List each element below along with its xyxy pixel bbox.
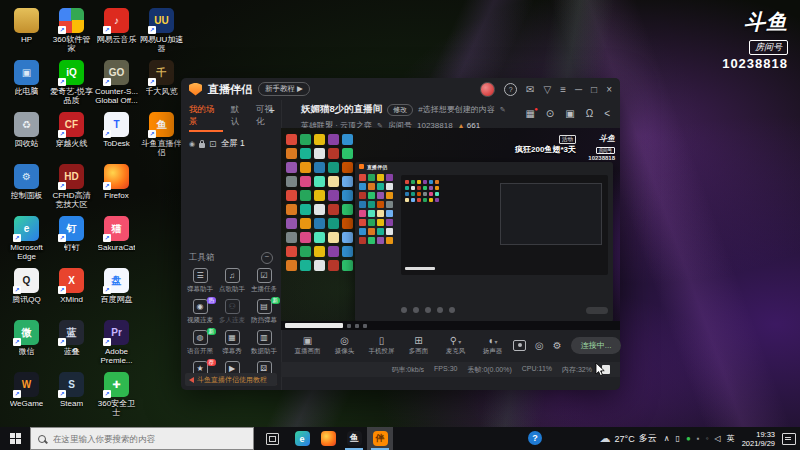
- edit-room-button[interactable]: 修改: [387, 104, 413, 116]
- titlebar[interactable]: 直播伴侣 新手教程 ▶ ? ✉ ▽ ≡ ─ □ ×: [181, 78, 620, 100]
- desktop-icon[interactable]: ↗e Microsoft Edge: [4, 214, 49, 266]
- weather-widget[interactable]: ☁ 27°C 多云: [600, 432, 657, 445]
- taskbar-app[interactable]: [315, 427, 341, 450]
- desktop-icon[interactable]: ↗W WeGame: [4, 370, 49, 422]
- tray-icon[interactable]: ◦: [706, 434, 709, 443]
- toolbar-button[interactable]: ⊞ 多画面: [400, 335, 437, 356]
- share-icon[interactable]: <: [604, 108, 610, 119]
- desktop-icon[interactable]: ↗鱼 斗鱼直播伴侣: [139, 110, 184, 162]
- desktop-icon[interactable]: ↗iQ 爱奇艺-悦享品质: [49, 58, 94, 110]
- live-preview[interactable]: 活动 疯狂200鱼翅*3天 斗鱼 房间号 10238818 直播伴侣: [281, 128, 620, 330]
- desktop-icon[interactable]: ↗HD CFHD高清竞技大区: [49, 162, 94, 214]
- desktop-icon[interactable]: ↗✚ 360安全卫士: [94, 370, 139, 422]
- desktop-icon[interactable]: ↗CF 穿越火线: [49, 110, 94, 162]
- desktop-icon[interactable]: [139, 266, 184, 318]
- tray-icon[interactable]: 英: [727, 433, 735, 444]
- desktop-icon[interactable]: ↗T ToDesk: [94, 110, 139, 162]
- toolbox-item[interactable]: ☰ 弹幕助手: [184, 266, 216, 297]
- scene-tab[interactable]: 我的场景: [189, 104, 223, 132]
- crop-icon[interactable]: ⊡: [209, 139, 217, 149]
- desktop-icon[interactable]: ♻ 回收站: [4, 110, 49, 162]
- desktop-icon[interactable]: ↗蓝 蓝叠: [49, 318, 94, 370]
- toolbar-button[interactable]: ◖▾ 扬声器: [474, 335, 511, 356]
- live-status-button[interactable]: 连接中...: [571, 337, 622, 354]
- taskbar-search[interactable]: [30, 427, 254, 450]
- menu-icon[interactable]: ≡: [560, 84, 566, 95]
- desktop-icon[interactable]: ↗微 微信: [4, 318, 49, 370]
- taskbar-app[interactable]: 鱼: [341, 427, 367, 450]
- toolbar-button[interactable]: ⚲▾ 麦克风: [437, 335, 474, 356]
- edit-pencil-icon[interactable]: ✎: [500, 106, 506, 114]
- close-button[interactable]: ×: [606, 84, 612, 95]
- record-button[interactable]: [513, 340, 526, 351]
- toolbox-item[interactable]: ◍ 语音开黑 新: [184, 328, 216, 359]
- desktop-icon[interactable]: [139, 318, 184, 370]
- gift-box-icon[interactable]: ▣: [565, 108, 574, 119]
- add-scene-button[interactable]: +: [269, 104, 275, 116]
- taskbar-clock[interactable]: 19:33 2021/9/29: [742, 430, 775, 448]
- action-center-button[interactable]: [782, 433, 796, 445]
- gift-activity-icon[interactable]: ▦●: [525, 108, 534, 119]
- taskbar-app[interactable]: 伴: [367, 427, 393, 450]
- medal-icon[interactable]: ⊙: [546, 108, 554, 119]
- scene-tab[interactable]: 默认: [231, 104, 248, 132]
- desktop-icon[interactable]: ↗Pr Adobe Premie...: [94, 318, 139, 370]
- lock-icon[interactable]: [199, 143, 205, 148]
- desktop-icon[interactable]: ↗猫 SakuraCat: [94, 214, 139, 266]
- toolbox-item[interactable]: ◉ 视频连麦 热: [184, 297, 216, 328]
- maximize-button[interactable]: □: [591, 84, 597, 95]
- bell-icon[interactable]: Ω: [586, 108, 593, 119]
- desktop-icon[interactable]: ↗UU 网易UU加速器: [139, 6, 184, 58]
- toolbox-item[interactable]: ▥ 数据助手: [248, 328, 280, 359]
- toolbar-button[interactable]: ◎ 摄像头: [326, 335, 363, 356]
- desktop-icon[interactable]: ↗盘 百度网盘: [94, 266, 139, 318]
- desktop-icon[interactable]: HP: [4, 6, 49, 58]
- tray-icon[interactable]: ∧: [664, 434, 670, 443]
- taskbar-app[interactable]: e: [289, 427, 315, 450]
- filter-icon[interactable]: ▽: [543, 84, 551, 95]
- dropdown-caret-icon[interactable]: ▾: [458, 339, 461, 345]
- settings-gear-icon[interactable]: ⚙: [553, 340, 562, 351]
- tutorial-banner[interactable]: 斗鱼直播伴侣使用教程: [185, 373, 277, 386]
- help-float-button[interactable]: ?: [528, 431, 542, 445]
- toolbox-item[interactable]: ☑ 主播任务: [248, 266, 280, 297]
- toolbox-item[interactable]: ⚇ 多人连麦: [216, 297, 248, 328]
- desktop-icon[interactable]: ▣ 此电脑: [4, 58, 49, 110]
- tray-icon[interactable]: ▯: [676, 434, 680, 443]
- toolbox-item[interactable]: ▤ 防挡弹幕 新: [248, 297, 280, 328]
- avatar[interactable]: [480, 82, 495, 97]
- desktop-icon[interactable]: ↗Q 腾讯QQ: [4, 266, 49, 318]
- task-view-button[interactable]: [266, 433, 279, 445]
- desktop-icon[interactable]: ↗千 千大风览: [139, 58, 184, 110]
- room-topic[interactable]: #选择想要创建的内容: [418, 104, 494, 115]
- toolbox-item[interactable]: ▦ 弹幕秀: [216, 328, 248, 359]
- desktop-icon[interactable]: ↗钉 钉钉: [49, 214, 94, 266]
- desktop-icon[interactable]: ↗GO Counter-S... Global Off...: [94, 58, 139, 110]
- search-input[interactable]: [51, 433, 246, 445]
- desktop-icon[interactable]: ↗X XMind: [49, 266, 94, 318]
- message-icon[interactable]: ✉: [526, 84, 534, 95]
- desktop-icon[interactable]: ↗ 360软件管家: [49, 6, 94, 58]
- dropdown-caret-icon[interactable]: ▾: [495, 339, 498, 345]
- desktop-icon[interactable]: ↗S Steam: [49, 370, 94, 422]
- tray-icon[interactable]: ◁: [714, 434, 720, 443]
- toolbar-button[interactable]: ▯ 手机投屏: [363, 335, 400, 356]
- desktop-icon[interactable]: ↗ Firefox: [94, 162, 139, 214]
- collapse-toolbox-button[interactable]: −: [261, 252, 273, 264]
- help-icon[interactable]: ?: [504, 83, 517, 96]
- toolbox-item[interactable]: ♫ 点歌助手: [216, 266, 248, 297]
- desktop-icon[interactable]: ⚙ 控制面板: [4, 162, 49, 214]
- float-ball-button[interactable]: ◎: [535, 340, 544, 351]
- desktop-icon[interactable]: [139, 370, 184, 422]
- desktop-icon[interactable]: [139, 162, 184, 214]
- toolbar-button[interactable]: ▣ 直播画面: [289, 335, 326, 356]
- desktop-icon[interactable]: ↗♪ 网易云音乐: [94, 6, 139, 58]
- visibility-eye-icon[interactable]: ◉: [189, 140, 195, 148]
- desktop-icon[interactable]: [139, 214, 184, 266]
- tray-icon[interactable]: ▪: [697, 434, 700, 443]
- minimize-button[interactable]: ─: [575, 84, 582, 95]
- start-button[interactable]: [0, 427, 30, 450]
- scene-source-row[interactable]: ◉ ⊡ 全屏 1: [181, 132, 281, 150]
- tray-icon[interactable]: ●: [686, 434, 691, 443]
- tutorial-badge[interactable]: 新手教程 ▶: [258, 82, 310, 96]
